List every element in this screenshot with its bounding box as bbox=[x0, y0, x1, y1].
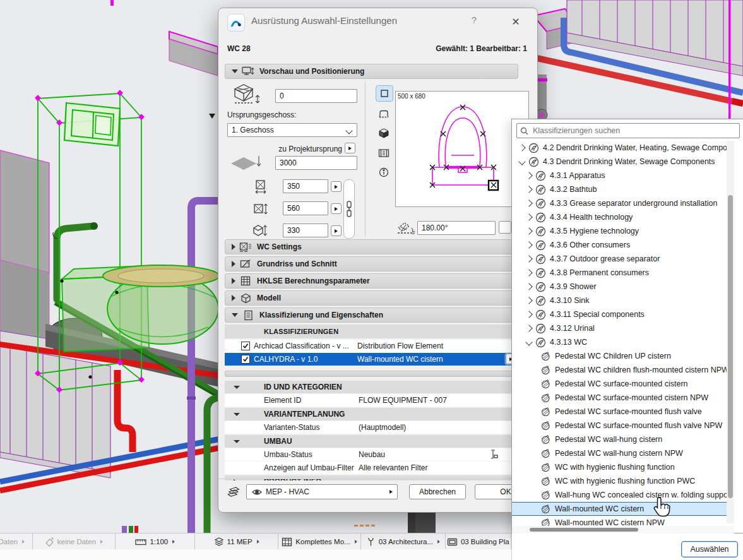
tree-item-pedestal-wc-children-up-cistern[interactable]: Pedestal WC Children UP cistern bbox=[512, 349, 734, 363]
chevron-right-icon[interactable] bbox=[525, 283, 532, 290]
statusbar-11-mep[interactable]: 11 MEP bbox=[195, 533, 278, 550]
tree-item-wall-hung-wc-concealed-cistern-w-folding-suppo[interactable]: Wall-hung WC concealed cistern w. foldin… bbox=[512, 488, 734, 502]
preview-mode-info[interactable] bbox=[376, 165, 392, 180]
select-button[interactable]: Auswählen bbox=[681, 541, 738, 557]
preview-mode-front-view[interactable] bbox=[376, 106, 392, 121]
close-icon[interactable]: ✕ bbox=[508, 13, 524, 30]
chevron-right-icon[interactable] bbox=[525, 297, 532, 304]
tree-item-4-3-3-grease-separator-underground-installation[interactable]: 4.3.3 Grease separator underground insta… bbox=[512, 196, 734, 210]
chevron-right-icon[interactable] bbox=[525, 186, 532, 193]
section-hklse-berechnungsparameter[interactable]: HKLSE Berechnungsparameter bbox=[225, 273, 518, 289]
classification-search[interactable] bbox=[516, 123, 740, 138]
tree-item-4-3-1-apparatus[interactable]: 4.3.1 Apparatus bbox=[512, 169, 734, 182]
mirror-checkbox[interactable] bbox=[499, 221, 511, 234]
tree-item-4-3-7-outdoor-grease-separator[interactable]: 4.3.7 Outdoor grease separator bbox=[512, 252, 734, 266]
tree-item-4-3-dendrit-drinking-water-sewage-components[interactable]: 4.3 Dendrit Drinking Water, Sewage Compo… bbox=[512, 155, 734, 169]
search-input[interactable] bbox=[532, 126, 739, 136]
chevron-right-icon[interactable] bbox=[518, 144, 525, 151]
tree-item-pedestal-wc-surface-mounted-cistern[interactable]: Pedestal WC surface-mounted cistern bbox=[512, 377, 734, 391]
help-button[interactable]: ? bbox=[467, 15, 481, 25]
statusbar-daten[interactable]: Daten bbox=[0, 533, 33, 550]
statusbar-03-architectura[interactable]: 03 Architectura... bbox=[361, 533, 445, 550]
classification-row-calhydra-v-1-0[interactable]: CALHYDRA - v 1.0Wall-mounted WC cistern bbox=[225, 353, 517, 366]
vertical-scrollbar-thumb[interactable] bbox=[728, 195, 733, 498]
tree-item-4-3-5-hygiene-technology[interactable]: 4.3.5 Hygiene technology bbox=[512, 224, 734, 238]
elevation-input[interactable] bbox=[275, 89, 357, 103]
tree-item-pedestal-wc-wall-hung-cistern[interactable]: Pedestal WC wall-hung cistern bbox=[512, 432, 734, 446]
chevron-down-icon[interactable] bbox=[518, 158, 525, 165]
statusbar-03-building-pla[interactable]: 03 Building Pla bbox=[446, 533, 511, 550]
property-group-product-info[interactable]: PRODUCT INFO bbox=[225, 475, 517, 480]
checkbox-checked-icon[interactable] bbox=[241, 355, 250, 364]
statusbar-keine-daten[interactable]: keine Daten bbox=[33, 533, 116, 550]
tree-item-pedestal-wc-surface-mounted-flush-valve[interactable]: Pedestal WC surface-mounted flush valve bbox=[512, 405, 734, 419]
home-story-select[interactable]: 1. Geschoss bbox=[227, 123, 357, 137]
section-modell[interactable]: Modell bbox=[225, 290, 518, 306]
section-wc-settings[interactable]: WC Settings bbox=[225, 239, 518, 254]
chevron-right-icon[interactable] bbox=[525, 311, 532, 318]
height-input[interactable] bbox=[283, 223, 328, 237]
tree-item-4-3-8-permanent-consumers[interactable]: 4.3.8 Permanent consumers bbox=[512, 266, 734, 280]
chevron-right-icon[interactable] bbox=[525, 213, 532, 220]
section-klassifizierung-und-eigenschaften[interactable]: Klassifizierung und Eigenschaften bbox=[225, 307, 518, 323]
height-flyout-button[interactable] bbox=[331, 225, 342, 236]
checkbox-checked-icon[interactable] bbox=[241, 342, 250, 350]
tree-item-4-3-2-bathtub[interactable]: 4.3.2 Bathtub bbox=[512, 182, 734, 196]
chevron-right-icon[interactable] bbox=[525, 255, 532, 262]
chevron-right-icon[interactable] bbox=[525, 200, 532, 206]
chevron-right-icon[interactable] bbox=[525, 269, 532, 276]
layer-select[interactable]: MEP - HVAC bbox=[246, 484, 398, 499]
project-origin-input[interactable] bbox=[275, 156, 357, 170]
cancel-button[interactable]: Abbrechen bbox=[409, 484, 466, 499]
tree-item-wc-with-hygienic-flushing-function-pwc[interactable]: WC with hygienic flushing function PWC bbox=[512, 474, 734, 488]
rotation-angle-input[interactable] bbox=[417, 221, 496, 235]
preview-mode-2d-symbol[interactable] bbox=[376, 85, 393, 102]
statusbar-1-100[interactable]: 1:100 bbox=[116, 533, 195, 550]
chevron-right-icon[interactable] bbox=[525, 241, 532, 248]
chevron-down-icon[interactable] bbox=[525, 338, 532, 345]
property-row-element-id[interactable]: Element IDFLOW EQUIPMENT - 007 bbox=[225, 394, 517, 407]
tree-item-pedestal-wc-children-flush-mounted-cistern-npw[interactable]: Pedestal WC children flush-mounted ciste… bbox=[512, 363, 734, 377]
tree-item-4-3-4-health-technology[interactable]: 4.3.4 Health technology bbox=[512, 210, 734, 224]
preview-mode-preview-list[interactable] bbox=[376, 145, 392, 160]
tree-item-4-3-9-shower[interactable]: 4.3.9 Shower bbox=[512, 280, 734, 294]
classification-row-archicad-classification-v[interactable]: Archicad Classification - v ...Distribut… bbox=[225, 340, 517, 352]
chevron-right-icon[interactable] bbox=[525, 172, 532, 179]
tree-item-4-3-11-special-components[interactable]: 4.3.11 Special components bbox=[512, 307, 734, 321]
preview-mode-3d-view[interactable] bbox=[376, 126, 392, 141]
horizontal-scrollbar-thumb[interactable] bbox=[530, 528, 638, 532]
origin-flyout-button[interactable] bbox=[345, 143, 355, 153]
tree-item-pedestal-wc-surface-mounted-flush-valve-npw[interactable]: Pedestal WC surface-mounted flush valve … bbox=[512, 419, 734, 432]
tree-item-4-2-dendrit-drinking-water-heating-sewage-compon[interactable]: 4.2 Dendrit Drinking Water, Heating, Sew… bbox=[512, 141, 734, 155]
depth-flyout-button[interactable] bbox=[331, 203, 342, 214]
tree-item-pedestal-wc-surface-mounted-cistern-npw[interactable]: Pedestal WC surface-mounted cistern NPW bbox=[512, 391, 734, 405]
property-group-variantenplanung[interactable]: VARIANTENPLANUNG bbox=[225, 408, 517, 420]
tree-item-4-3-6-other-consumers[interactable]: 4.3.6 Other consumers bbox=[512, 238, 734, 252]
section-preview-and-positioning[interactable]: Vorschau und Positionierung bbox=[225, 64, 518, 79]
symbol-preview[interactable]: 500 x 680 bbox=[395, 91, 529, 207]
tree-item-wc-with-hygienic-flushing-function[interactable]: WC with hygienic flushing function bbox=[512, 460, 734, 474]
link-dimensions-toggle[interactable] bbox=[343, 179, 355, 239]
width-input[interactable] bbox=[283, 179, 328, 193]
dialog-titlebar[interactable]: Ausrüstung Auswahl-Einstellungen ? ✕ bbox=[218, 8, 537, 36]
vertical-scrollbar[interactable] bbox=[727, 141, 734, 523]
property-group-umbau[interactable]: UMBAU bbox=[225, 435, 517, 448]
property-row-umbau-status[interactable]: Umbau-StatusNeubau bbox=[225, 448, 517, 461]
tree-item-label: 4.3.7 Outdoor grease separator bbox=[550, 254, 660, 263]
tree-item-wall-mounted-wc-cistern[interactable]: Wall-mounted WC cistern bbox=[512, 502, 734, 516]
tree-item-4-3-13-wc[interactable]: 4.3.13 WC bbox=[512, 335, 734, 349]
depth-input[interactable] bbox=[283, 201, 328, 215]
collapsed-group-bar[interactable] bbox=[225, 371, 518, 377]
property-row-varianten-status[interactable]: Varianten-Status(Hauptmodell) bbox=[225, 421, 517, 434]
property-row-anzeigen-auf-umbau-filter[interactable]: Anzeigen auf Umbau-FilterAlle relevanten… bbox=[225, 462, 517, 474]
chevron-right-icon[interactable] bbox=[525, 227, 532, 234]
tree-item-4-3-10-sink[interactable]: 4.3.10 Sink bbox=[512, 294, 734, 307]
tree-item-pedestal-wc-wall-hung-cistern-npw[interactable]: Pedestal WC wall-hung cistern NPW bbox=[512, 446, 734, 460]
section-grundriss-und-schnitt[interactable]: Grundriss und Schnitt bbox=[225, 256, 518, 271]
property-group-id-und-kategorien[interactable]: ID UND KATEGORIEN bbox=[225, 381, 517, 393]
horizontal-scrollbar[interactable] bbox=[512, 526, 734, 533]
chevron-right-icon[interactable] bbox=[525, 325, 532, 331]
width-flyout-button[interactable] bbox=[331, 181, 342, 192]
tree-item-4-3-12-urinal[interactable]: 4.3.12 Urinal bbox=[512, 321, 734, 335]
statusbar-komplettes-mo[interactable]: Komplettes Mo... bbox=[278, 533, 361, 550]
